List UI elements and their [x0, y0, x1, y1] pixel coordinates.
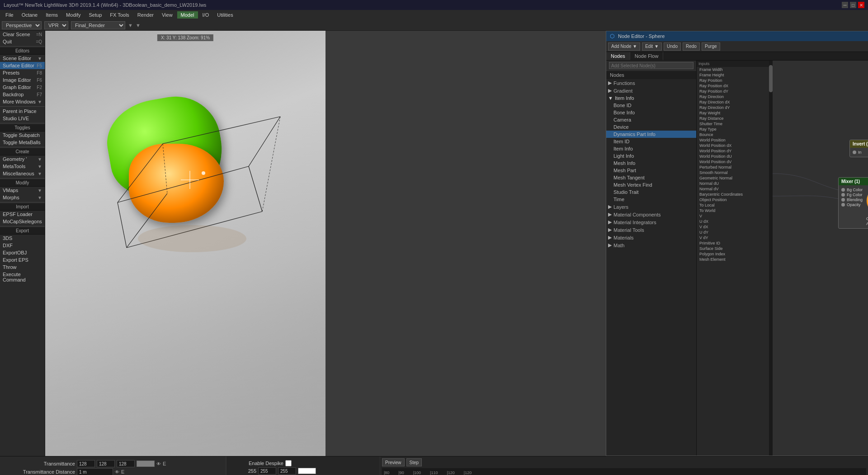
transmittance-dist-input[interactable]: [77, 468, 113, 475]
nl-group-functions[interactable]: ▶ Functions: [606, 79, 696, 87]
trans-dist-env[interactable]: E: [121, 469, 124, 475]
sidebar-surface-editor[interactable]: Surface EditorF5: [0, 62, 45, 69]
nl-item-studio-trait[interactable]: Studio Trait: [606, 188, 696, 196]
sidebar-graph-editor[interactable]: Graph EditorF2: [0, 84, 45, 91]
sidebar-miscellaneous[interactable]: Miscellaneous▼: [0, 170, 45, 177]
sidebar-execute-command[interactable]: Execute Command: [0, 271, 45, 283]
preview-btn[interactable]: Preview: [382, 458, 405, 466]
transmittance-swatch[interactable]: [137, 461, 155, 467]
sidebar-backdrop[interactable]: BackdropF7: [0, 91, 45, 98]
transmittance-b[interactable]: [117, 460, 135, 467]
transmittance-r[interactable]: [77, 460, 95, 467]
sidebar-studio-live[interactable]: Studio LIVE: [0, 115, 45, 122]
sidebar-more-windows[interactable]: More Windows▼: [0, 98, 45, 105]
menu-view[interactable]: View: [158, 11, 176, 19]
sidebar-mocap[interactable]: MoCapSkelegons: [0, 218, 45, 225]
sidebar-vmaps[interactable]: VMaps▼: [0, 187, 45, 194]
sidebar-throw[interactable]: Throw: [0, 263, 45, 271]
transmittance-eye[interactable]: 👁: [156, 461, 161, 466]
nl-group-material-integrators[interactable]: ▶Material Integrators: [606, 218, 696, 226]
sidebar-toggle-metaballs[interactable]: Toggle MetaBalls: [0, 139, 45, 146]
nl-item-time[interactable]: Time: [606, 196, 696, 203]
render-select[interactable]: Final_Render: [71, 21, 125, 29]
menu-setup[interactable]: Setup: [85, 11, 106, 19]
step-btn[interactable]: Step: [406, 458, 422, 466]
nl-group-layers[interactable]: ▶Layers: [606, 203, 696, 211]
node-search-input[interactable]: [609, 62, 693, 69]
view-mode-select[interactable]: Perspective: [2, 21, 42, 29]
minimize-btn[interactable]: ─: [842, 2, 848, 8]
node-graph[interactable]: Inputs Frame Width Frame Height Ray Posi…: [697, 61, 868, 456]
sidebar-epsf-loader[interactable]: EPSF Loader: [0, 211, 45, 218]
nl-item-light-info[interactable]: Light Info: [606, 152, 696, 160]
sidebar-quit[interactable]: Quit =Q: [0, 38, 45, 45]
maximize-btn[interactable]: □: [850, 2, 856, 8]
nl-group-materials[interactable]: ▶Materials: [606, 234, 696, 241]
nl-item-camera[interactable]: Camera: [606, 116, 696, 123]
edit-btn[interactable]: Edit ▼: [642, 42, 662, 51]
sidebar-3ds[interactable]: 3DS: [0, 235, 45, 242]
scroll-thumb[interactable]: [769, 65, 773, 92]
node-mixer[interactable]: Mixer (1) Bg Color Fg Color Blending Opa…: [838, 177, 868, 229]
transmittance-env[interactable]: E: [163, 461, 166, 466]
nl-item-dynamics-part-info[interactable]: Dynamics Part Info: [606, 131, 696, 138]
nl-item-mesh-part[interactable]: Mesh Part: [606, 167, 696, 174]
node-editor-window: ⬡ Node Editor - Sphere ─ □ ✕ Add Node ▼ …: [606, 31, 868, 456]
nl-item-mesh-info[interactable]: Mesh Info: [606, 160, 696, 167]
sidebar-export-eps[interactable]: Export EPS: [0, 256, 45, 263]
sidebar-clear-scene[interactable]: Clear Scene =N: [0, 31, 45, 38]
node-invert[interactable]: Invert (1) In Out: [849, 140, 868, 157]
redo-btn[interactable]: Redo: [683, 42, 700, 51]
nl-item-mesh-tangent[interactable]: Mesh Tangent: [606, 174, 696, 181]
sidebar-image-editor[interactable]: Image EditorF6: [0, 76, 45, 84]
undo-btn[interactable]: Undo: [664, 42, 681, 51]
menu-io[interactable]: I/O: [199, 11, 213, 19]
sidebar-geometry[interactable]: Geometry '▼: [0, 155, 45, 163]
menu-octane[interactable]: Octane: [18, 11, 41, 19]
tab-node-flow[interactable]: Node Flow: [630, 52, 664, 60]
color-255-r[interactable]: [258, 467, 276, 475]
purge-btn[interactable]: Purge: [702, 42, 720, 51]
menu-utilities[interactable]: Utilities: [213, 11, 236, 19]
sidebar-scene-editor[interactable]: Scene Editor▼: [0, 55, 45, 62]
sidebar-parent-in-place[interactable]: Parent in Place: [0, 108, 45, 115]
menu-render[interactable]: Render: [134, 11, 157, 19]
color-255-swatch[interactable]: [298, 468, 316, 474]
menu-model[interactable]: Model: [177, 11, 198, 19]
titlebar: Layout™ NewTek LightWave 3D® 2019.1.4 (W…: [0, 0, 868, 10]
nl-item-mesh-vertex-find[interactable]: Mesh Vertex Find: [606, 181, 696, 188]
menu-file[interactable]: File: [2, 11, 17, 19]
input-smooth-normal: Smooth Normal: [697, 170, 769, 175]
menu-fxtools[interactable]: FX Tools: [106, 11, 133, 19]
nl-group-item-info[interactable]: ▼ Item Info: [606, 94, 696, 102]
enable-despike-checkbox[interactable]: [285, 460, 292, 466]
sidebar-presets[interactable]: PresetsF8: [0, 69, 45, 76]
color-255-g[interactable]: [278, 467, 296, 475]
nl-item-item-info[interactable]: Item Info: [606, 145, 696, 152]
nl-item-bone-info[interactable]: Bone Info: [606, 109, 696, 116]
tab-nodes[interactable]: Nodes: [606, 52, 630, 60]
sidebar-metatools[interactable]: MetaTools▼: [0, 163, 45, 170]
sidebar-morphs[interactable]: Morphs▼: [0, 194, 45, 201]
nl-group-gradient[interactable]: ▶ Gradient: [606, 87, 696, 94]
nl-group-math[interactable]: ▶Math: [606, 241, 696, 249]
vpr-select[interactable]: VPR: [44, 21, 68, 29]
sidebar-dxf[interactable]: DXF: [0, 242, 45, 249]
menu-modify[interactable]: Modify: [62, 11, 84, 19]
nl-item-bone-id[interactable]: Bone ID: [606, 102, 696, 109]
add-node-btn[interactable]: Add Node ▼: [608, 42, 640, 51]
trans-dist-eye[interactable]: 👁: [115, 470, 119, 475]
nl-group-octane-displacements[interactable]: ▶Octane Displacements: [606, 249, 696, 251]
viewport-canvas[interactable]: X: 31 Y: 138 Zoom: 91%: [45, 31, 326, 456]
nl-group-material-components[interactable]: ▶Material Components: [606, 211, 696, 218]
transmittance-g[interactable]: [97, 460, 115, 467]
sidebar-exportobj[interactable]: ExportOBJ: [0, 249, 45, 256]
nl-group-material-tools[interactable]: ▶Material Tools: [606, 226, 696, 234]
nl-item-device[interactable]: Device: [606, 123, 696, 131]
mixer-preview: [866, 187, 868, 214]
viewport-area[interactable]: X: 31 Y: 138 Zoom: 91%: [45, 31, 326, 456]
close-btn[interactable]: ✕: [858, 2, 864, 8]
nl-item-item-id[interactable]: Item ID: [606, 138, 696, 145]
sidebar-toggle-subpatch[interactable]: Toggle Subpatch: [0, 132, 45, 139]
menu-items[interactable]: Items: [42, 11, 61, 19]
